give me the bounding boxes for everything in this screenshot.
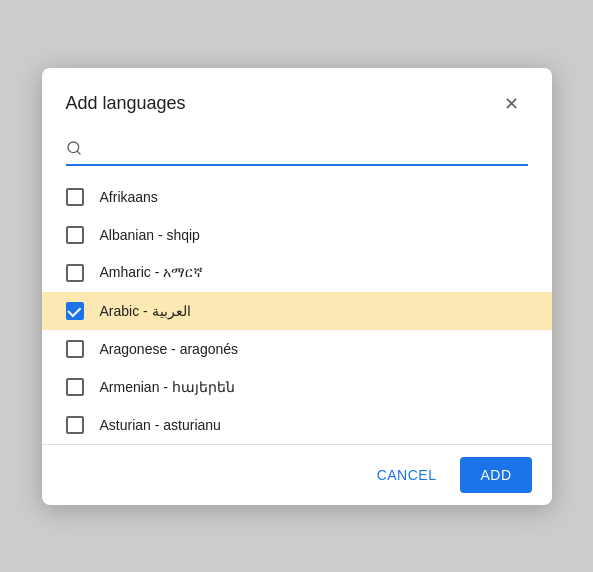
add-button[interactable]: ADD xyxy=(460,457,531,493)
language-checkbox[interactable] xyxy=(66,188,84,206)
dialog-footer: CANCEL ADD xyxy=(42,444,552,505)
dialog-backdrop: Add languages ✕ AfrikaansAlbanian - shqi… xyxy=(0,0,593,572)
language-item[interactable]: Aragonese - aragonés xyxy=(42,330,552,368)
language-checkbox[interactable] xyxy=(66,302,84,320)
language-label: Aragonese - aragonés xyxy=(100,341,239,357)
language-checkbox[interactable] xyxy=(66,340,84,358)
search-input-wrapper xyxy=(66,140,528,166)
dialog-header: Add languages ✕ xyxy=(42,68,552,132)
language-list: AfrikaansAlbanian - shqipAmharic - አማርኛA… xyxy=(42,178,552,444)
language-item[interactable]: Amharic - አማርኛ xyxy=(42,254,552,292)
language-label: Albanian - shqip xyxy=(100,227,200,243)
language-item[interactable]: Asturian - asturianu xyxy=(42,406,552,444)
language-label: Armenian - հայերեն xyxy=(100,379,235,395)
search-area xyxy=(42,132,552,178)
language-item[interactable]: Albanian - shqip xyxy=(42,216,552,254)
svg-line-1 xyxy=(77,151,80,154)
language-item[interactable]: Armenian - հայերեն xyxy=(42,368,552,406)
dialog-title: Add languages xyxy=(66,93,186,114)
close-button[interactable]: ✕ xyxy=(496,88,528,120)
language-checkbox[interactable] xyxy=(66,226,84,244)
language-label: Amharic - አማርኛ xyxy=(100,264,204,281)
language-label: Afrikaans xyxy=(100,189,158,205)
language-label: Arabic - العربية xyxy=(100,303,191,319)
search-input[interactable] xyxy=(90,142,290,158)
language-checkbox[interactable] xyxy=(66,264,84,282)
language-checkbox[interactable] xyxy=(66,416,84,434)
search-icon xyxy=(66,140,82,160)
cancel-button[interactable]: CANCEL xyxy=(361,457,453,493)
language-item[interactable]: Arabic - العربية xyxy=(42,292,552,330)
language-item[interactable]: Afrikaans xyxy=(42,178,552,216)
add-languages-dialog: Add languages ✕ AfrikaansAlbanian - shqi… xyxy=(42,68,552,505)
language-checkbox[interactable] xyxy=(66,378,84,396)
language-label: Asturian - asturianu xyxy=(100,417,221,433)
